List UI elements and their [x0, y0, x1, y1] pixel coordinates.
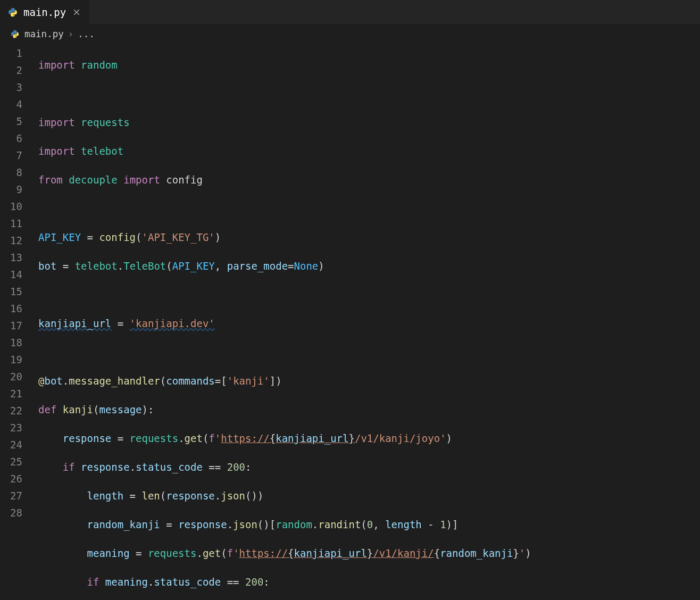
code-content[interactable]: import random import requests import tel… [38, 45, 700, 600]
tab-bar: main.py [0, 0, 700, 24]
tab-filename: main.py [23, 6, 66, 18]
chevron-right-icon: › [68, 29, 74, 39]
code-editor[interactable]: 1 2 3 4 5 6 7 8 9 10 11 12 13 14 15 16 1… [0, 44, 700, 600]
close-icon[interactable] [71, 7, 82, 18]
tab-main-py[interactable]: main.py [0, 0, 89, 24]
python-icon [7, 7, 18, 18]
breadcrumb-symbol: ... [78, 29, 95, 39]
python-icon [11, 29, 20, 39]
line-number-gutter: 1 2 3 4 5 6 7 8 9 10 11 12 13 14 15 16 1… [0, 45, 38, 600]
breadcrumb[interactable]: main.py › ... [0, 24, 700, 44]
breadcrumb-filename: main.py [24, 29, 64, 39]
